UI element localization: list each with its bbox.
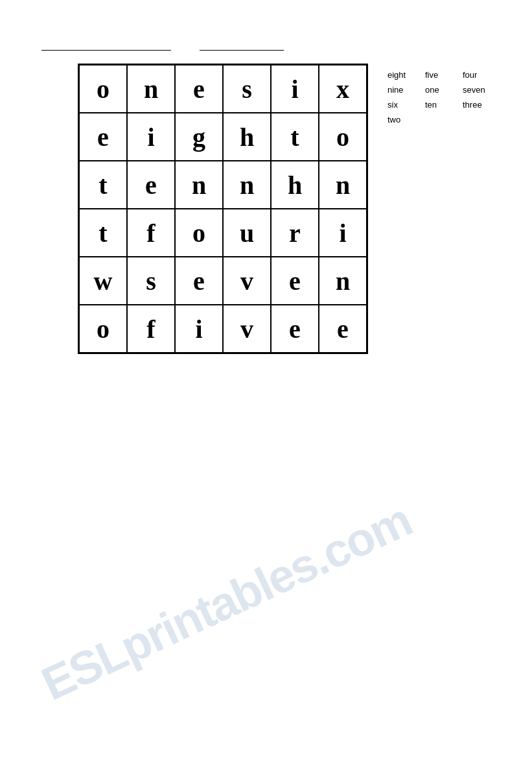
grid-cell-3-2: o: [175, 209, 223, 257]
grid-cell-2-3: n: [223, 161, 271, 209]
grid-cell-1-3: h: [223, 113, 271, 161]
grid-cell-0-2: e: [175, 65, 223, 113]
grid-cell-3-0: t: [79, 209, 127, 257]
word-list-item-0-2: four: [463, 70, 489, 80]
grid-cell-0-0: o: [79, 65, 127, 113]
grid-cell-0-3: s: [223, 65, 271, 113]
grid-cell-5-1: f: [127, 305, 175, 353]
word-list-item-1-1: one: [425, 85, 451, 95]
date-underline: [200, 39, 284, 51]
grid-cell-5-2: i: [175, 305, 223, 353]
grid-cell-0-5: x: [319, 65, 367, 113]
word-list-item-2-2: three: [463, 100, 489, 110]
word-list-item-3-1: [425, 115, 451, 124]
grid-cell-5-3: v: [223, 305, 271, 353]
word-list-row-2: sixtenthree: [387, 100, 489, 110]
watermark: ESLprintables.com: [33, 493, 419, 711]
word-search-grid: onesixeightotennhntfouriwsevenofivee: [78, 64, 368, 354]
grid-cell-3-1: f: [127, 209, 175, 257]
grid-cell-1-5: o: [319, 113, 367, 161]
grid-cell-5-0: o: [79, 305, 127, 353]
main-content: onesixeightotennhntfouriwsevenofivee eig…: [39, 64, 493, 354]
word-list-item-1-2: seven: [463, 85, 489, 95]
grid-cell-2-4: h: [271, 161, 319, 209]
grid-cell-3-3: u: [223, 209, 271, 257]
grid-cell-5-4: e: [271, 305, 319, 353]
word-list-item-3-0: two: [387, 115, 413, 124]
grid-cell-4-2: e: [175, 257, 223, 305]
grid-cell-4-5: n: [319, 257, 367, 305]
grid-cell-1-2: g: [175, 113, 223, 161]
grid-cell-4-4: e: [271, 257, 319, 305]
grid-cell-4-3: v: [223, 257, 271, 305]
word-list-item-2-1: ten: [425, 100, 451, 110]
grid-cell-3-5: i: [319, 209, 367, 257]
grid-cell-2-5: n: [319, 161, 367, 209]
grid-cell-1-1: i: [127, 113, 175, 161]
word-list: eightfivefournineonesevensixtenthreetwo: [387, 70, 489, 130]
grid-cell-0-4: i: [271, 65, 319, 113]
grid-cell-4-1: s: [127, 257, 175, 305]
word-list-row-3: two: [387, 115, 489, 124]
word-list-item-0-0: eight: [387, 70, 413, 80]
grid-cell-1-0: e: [79, 113, 127, 161]
grid-cell-5-5: e: [319, 305, 367, 353]
header: [39, 39, 493, 51]
grid-cell-2-0: t: [79, 161, 127, 209]
name-underline: [41, 39, 171, 51]
word-list-item-2-0: six: [387, 100, 413, 110]
grid-cell-1-4: t: [271, 113, 319, 161]
page: onesixeightotennhntfouriwsevenofivee eig…: [0, 0, 532, 758]
word-list-row-0: eightfivefour: [387, 70, 489, 80]
word-list-item-1-0: nine: [387, 85, 413, 95]
grid-cell-4-0: w: [79, 257, 127, 305]
word-list-item-3-2: [463, 115, 489, 124]
grid-cell-2-1: e: [127, 161, 175, 209]
grid-cell-2-2: n: [175, 161, 223, 209]
grid-cell-0-1: n: [127, 65, 175, 113]
grid-cell-3-4: r: [271, 209, 319, 257]
word-list-row-1: nineoneseven: [387, 85, 489, 95]
word-list-item-0-1: five: [425, 70, 451, 80]
